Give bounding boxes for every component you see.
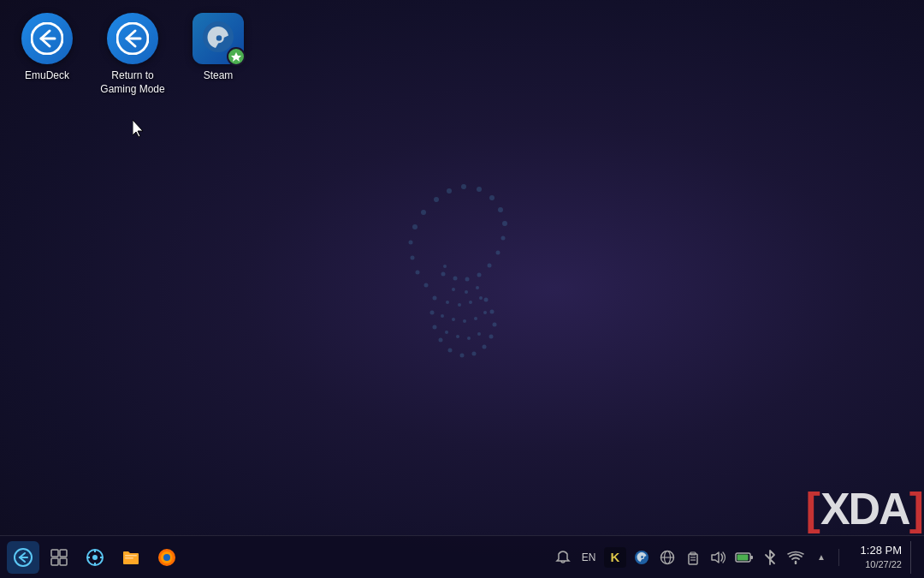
svg-rect-60 [51,558,58,565]
taskbar-discover[interactable] [79,541,111,574]
wifi-icon [787,551,804,564]
svg-point-14 [496,250,500,254]
svg-point-23 [439,337,443,342]
svg-point-5 [416,270,420,274]
gaming-mode-arrow-svg [116,22,149,55]
desktop: // Will be generated by JS below [0,0,924,578]
show-hidden-tray[interactable]: ▲ [811,547,832,568]
task-manager-icon [50,548,68,567]
emudeck-icon[interactable]: EmuDeck [9,9,86,87]
svg-point-38 [469,301,472,304]
language-tray[interactable]: EN [578,547,599,568]
steam-tray-icon[interactable] [631,547,652,568]
svg-point-29 [493,322,497,326]
xda-bracket-right: ] [909,486,924,531]
taskbar-firefox[interactable] [151,541,183,574]
svg-point-32 [443,265,447,268]
clock-date: 10/27/22 [865,558,902,571]
svg-point-48 [477,332,481,336]
taskbar-files[interactable] [115,541,147,574]
svg-point-17 [465,277,470,281]
svg-point-8 [461,184,466,189]
svg-rect-78 [689,554,697,564]
svg-point-13 [501,235,506,240]
clipboard-tray-icon[interactable] [683,547,703,568]
svg-rect-69 [125,557,133,559]
svg-point-10 [489,195,495,200]
wifi-tray-icon[interactable] [785,547,806,568]
kleopatra-tray[interactable]: K [604,547,626,568]
steam-badge [227,47,246,66]
xda-bracket-left: [ [806,486,820,531]
svg-point-44 [483,311,487,314]
svg-point-16 [477,272,482,277]
svg-point-72 [163,554,170,561]
steam-desktop-icon[interactable]: Steam [180,9,257,87]
svg-rect-58 [51,550,58,557]
steam-label: Steam [204,69,234,83]
svg-point-34 [465,290,468,294]
volume-icon [710,550,727,565]
battery-tray-icon[interactable] [734,547,755,568]
xda-watermark: [ XDA ] [806,486,924,531]
svg-point-6 [424,283,429,287]
svg-point-20 [433,295,437,300]
taskbar-right: EN K [553,541,917,574]
taskbar: EN K [0,535,924,578]
svg-point-3 [409,240,413,244]
svg-point-45 [445,331,448,334]
svg-point-27 [483,344,487,349]
svg-point-25 [460,353,465,357]
svg-marker-55 [231,52,241,62]
taskbar-gaming-mode[interactable] [7,541,39,574]
svg-point-19 [441,271,446,276]
globe-icon [660,550,675,565]
center-watermark [368,165,556,379]
taskbar-task-manager[interactable] [43,541,75,574]
show-desktop-button[interactable] [910,541,917,574]
svg-point-63 [92,555,98,560]
svg-point-46 [456,335,459,338]
svg-point-31 [484,297,489,301]
svg-point-24 [448,348,453,352]
svg-point-7 [447,188,452,194]
bluetooth-tray-icon[interactable] [760,547,780,568]
svg-rect-59 [60,550,67,557]
return-gaming-mode-icon[interactable]: Return to Gaming Mode [94,9,171,100]
svg-rect-65 [94,563,96,565]
notifications-tray-icon[interactable] [553,547,573,568]
svg-rect-67 [100,557,103,558]
bell-icon [555,550,571,565]
svg-point-21 [430,310,435,314]
bluetooth-icon [764,549,776,566]
svg-point-37 [458,303,461,307]
volume-tray-icon[interactable] [708,547,729,568]
svg-rect-64 [94,550,96,552]
svg-point-11 [498,207,503,212]
gaming-mode-taskbar-icon [13,547,33,568]
svg-point-35 [476,286,479,289]
svg-point-18 [453,276,458,280]
clock-area[interactable]: 1:28 PM 10/27/22 [846,543,902,572]
steam-icon-img [192,13,244,64]
emudeck-arrow-svg [31,22,63,55]
gaming-mode-icon-img [107,13,158,64]
vpn-tray-icon[interactable] [657,547,678,568]
desktop-icons-container: EmuDeck Return to Gaming Mode [9,9,257,100]
svg-point-40 [441,314,444,318]
svg-point-30 [490,309,495,313]
svg-point-12 [502,221,507,226]
clock-time: 1:28 PM [861,543,902,558]
tray-divider [838,549,839,566]
xda-text: XDA [820,486,909,531]
svg-rect-85 [737,554,749,560]
svg-rect-61 [60,558,67,565]
clipboard-icon [685,550,701,565]
svg-marker-82 [712,552,719,563]
svg-point-47 [467,337,471,340]
svg-point-2 [412,224,418,229]
mouse-cursor [133,120,146,139]
firefox-icon [156,546,178,569]
gaming-mode-label: Return to Gaming Mode [100,69,164,96]
svg-point-9 [477,187,482,192]
